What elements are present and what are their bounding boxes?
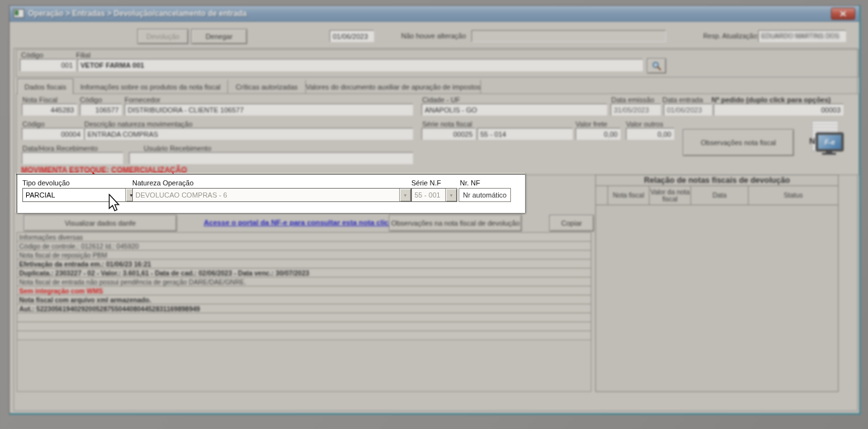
relacao-col-selector bbox=[595, 185, 608, 205]
nr-nf-label: Nr. NF bbox=[460, 179, 480, 187]
chevron-down-icon: ▼ bbox=[399, 189, 411, 201]
tab-produtos-nota-fiscal[interactable]: Informações sobre os produtos da nota fi… bbox=[73, 80, 228, 93]
relacao-panel: Relação de notas fiscais de devolução No… bbox=[595, 175, 839, 392]
info-empty-area bbox=[17, 339, 591, 392]
tab-criticas-autorizadas[interactable]: Críticas autorizadas bbox=[228, 80, 306, 93]
usuario-recebimento-label: Usuário Recebimento bbox=[144, 144, 211, 152]
observacoes-nota-button[interactable]: Observações nota fiscal bbox=[683, 129, 794, 156]
info-row-aut-key: Aut.: 5223056194029200528755044080445283… bbox=[17, 304, 591, 313]
nfe-icon[interactable]: N F-e bbox=[805, 121, 845, 158]
resp-atualizacao-field: EDUARDO MARTINS DOS bbox=[758, 30, 846, 42]
serie-modelo-field[interactable]: 55 - 014 bbox=[477, 128, 573, 140]
pedido-field[interactable]: 00003 bbox=[713, 104, 844, 116]
tipo-devolucao-label: Tipo devolução bbox=[22, 179, 70, 187]
status-label: Não houve alteração bbox=[401, 32, 466, 40]
window-title: Operação > Entradas > Devolução/cancelam… bbox=[28, 9, 247, 18]
fornecedor-codigo-label: Código bbox=[80, 96, 102, 104]
natureza-operacao-label: Natureza Operação bbox=[132, 179, 194, 187]
screen: { "window": { "title": "Operação > Entra… bbox=[0, 0, 868, 429]
relacao-col-data[interactable]: Data bbox=[690, 185, 749, 205]
pedido-label: Nº pedido (duplo click para opções) bbox=[712, 96, 831, 104]
search-filial-button[interactable] bbox=[647, 58, 666, 74]
natureza-operacao-select[interactable]: DEVOLUCAO COMPRAS - 6 ▼ bbox=[132, 188, 411, 202]
visualizar-danfe-button[interactable]: Visualizar dados danfe bbox=[24, 215, 177, 231]
nfe-letter-n: N bbox=[809, 136, 815, 146]
nota-fiscal-field[interactable]: 445283 bbox=[22, 104, 77, 116]
chevron-down-icon: ▼ bbox=[445, 189, 457, 201]
denegar-button[interactable]: Denegar bbox=[191, 29, 247, 44]
relacao-table-body[interactable] bbox=[595, 205, 839, 392]
valor-outros-label: Valor outros bbox=[626, 120, 664, 128]
info-row-empty bbox=[17, 322, 591, 331]
serie-nf-select[interactable]: 55 - 001 ▼ bbox=[411, 188, 457, 202]
natureza-descricao-label: Descrição natureza movimentação bbox=[84, 120, 192, 128]
resp-atualizacao-value: EDUARDO MARTINS DOS bbox=[761, 33, 839, 40]
fornecedor-label: Fornecedor bbox=[125, 96, 160, 104]
info-row: Nota fiscal de entrada não possui pendên… bbox=[17, 277, 591, 286]
status-detail-field bbox=[471, 30, 666, 42]
nfe-monitor: F-e bbox=[816, 132, 844, 152]
data-emissao-label: Data emissão bbox=[611, 96, 654, 104]
mouse-cursor bbox=[106, 194, 120, 215]
natureza-codigo-field[interactable]: 00004 bbox=[22, 128, 84, 140]
nr-nf-field[interactable]: Nr automático bbox=[459, 188, 511, 202]
info-row-wms-warning: Sem integração com WMS bbox=[17, 286, 591, 295]
close-button[interactable] bbox=[831, 8, 855, 20]
recebimento-field[interactable] bbox=[22, 152, 123, 164]
tab-dados-fiscais[interactable]: Dados fiscais bbox=[17, 79, 73, 94]
relacao-col-valor[interactable]: Valor da nota fiscal bbox=[649, 185, 691, 205]
filial-label: Filial bbox=[76, 51, 91, 59]
fornecedor-codigo-field[interactable]: 106577 bbox=[80, 104, 122, 116]
data-emissao-field[interactable]: 31/05/2023 bbox=[611, 104, 661, 116]
natureza-operacao-value: DEVOLUCAO COMPRAS - 6 bbox=[133, 189, 399, 201]
serie-nota-label: Série nota fiscal bbox=[422, 120, 472, 128]
date-field[interactable]: 01/06/2023 bbox=[330, 30, 374, 42]
info-row: Informações diversas bbox=[17, 232, 591, 242]
relacao-col-nota[interactable]: Nota fiscal bbox=[607, 185, 650, 205]
title-bar[interactable]: Operação > Entradas > Devolução/cancelam… bbox=[10, 6, 859, 22]
serie-num-field[interactable]: 00025 bbox=[422, 128, 476, 140]
info-row: Efetivação da entrada em.: 01/06/23 16:2… bbox=[17, 259, 591, 269]
filial-codigo-field[interactable]: 001 bbox=[20, 59, 76, 72]
close-icon bbox=[840, 11, 846, 17]
valor-frete-label: Valor frete bbox=[575, 120, 607, 128]
cidade-uf-label: Cidade - UF bbox=[422, 96, 460, 104]
fornecedor-field[interactable]: DISTRIBUIDORA - CLIENTE 106577 bbox=[125, 104, 413, 116]
relacao-col-status[interactable]: Status bbox=[748, 185, 839, 205]
data-entrada-field[interactable]: 01/06/2023 bbox=[664, 104, 712, 116]
info-row: Nota fiscal de reposição PBM bbox=[17, 250, 591, 260]
cursor-arrow-icon bbox=[106, 194, 120, 213]
filial-name-field[interactable]: VETOF FARMA 001 bbox=[77, 59, 643, 72]
app-icon bbox=[13, 9, 24, 18]
info-row: Código de controle.: 012612 Id.: 045920 bbox=[17, 241, 591, 251]
valor-outros-field[interactable]: 0,00 bbox=[626, 128, 674, 140]
app-window: Operação > Entradas > Devolução/cancelam… bbox=[9, 5, 861, 415]
copiar-button[interactable]: Copiar bbox=[549, 215, 594, 231]
usuario-recebimento-field[interactable] bbox=[129, 152, 413, 164]
movimenta-estoque-text: MOVIMENTA ESTOQUE: COMERCIALIZAÇÃO bbox=[21, 166, 187, 175]
nfe-monitor-base bbox=[822, 153, 836, 155]
cidade-uf-field[interactable]: ANAPOLIS - GO bbox=[422, 104, 607, 116]
info-row-empty bbox=[17, 331, 591, 340]
serie-nf-label: Série N.F bbox=[411, 179, 441, 187]
devolucao-panel: Tipo devolução PARCIAL ▼ Natureza Operaç… bbox=[17, 174, 526, 214]
nfe-screen-label: F-e bbox=[818, 135, 841, 149]
nota-fiscal-label: Nota Fiscal bbox=[22, 96, 57, 104]
resp-atualizacao-label: Resp. Atualização: bbox=[703, 32, 759, 40]
search-icon bbox=[651, 61, 662, 71]
natureza-codigo-label: Código bbox=[22, 120, 45, 128]
info-row: Nota fiscal com arquivo xml armazenado. bbox=[17, 295, 591, 304]
relacao-title: Relação de notas fiscais de devolução bbox=[595, 175, 839, 186]
filial-codigo-label: Código bbox=[21, 51, 43, 59]
natureza-descricao-field[interactable]: ENTRADA COMPRAS bbox=[84, 128, 413, 140]
recebimento-label: Data/Hora Recebimento bbox=[22, 144, 98, 152]
valor-frete-field[interactable]: 0,00 bbox=[575, 128, 621, 140]
devolucao-button[interactable]: Devolução bbox=[137, 29, 188, 44]
tipo-devolucao-select[interactable]: PARCIAL ▼ bbox=[22, 188, 137, 202]
info-row-empty bbox=[17, 313, 591, 322]
observacoes-devolucao-button[interactable]: Observações na nota fiscal de devolução bbox=[389, 215, 522, 231]
info-row: Duplicata.: 2303227 - 02 - Valor.: 3.601… bbox=[17, 268, 591, 277]
data-entrada-label: Data entrada bbox=[662, 96, 703, 104]
serie-nf-value: 55 - 001 bbox=[412, 189, 445, 201]
tab-valores-documento[interactable]: Valores do documento auxiliar de apuraçã… bbox=[306, 80, 481, 93]
